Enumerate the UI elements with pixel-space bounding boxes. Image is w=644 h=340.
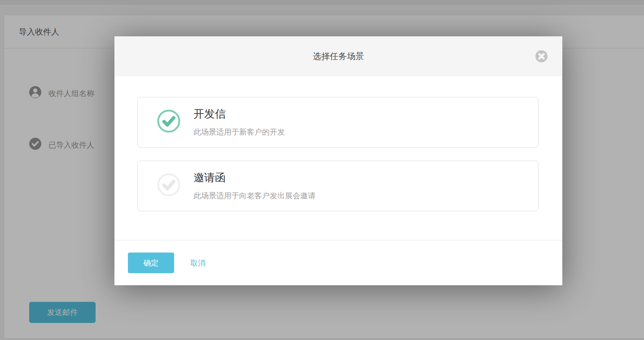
option-description: 此场景适用于向老客户发出展会邀请: [193, 191, 315, 201]
dialog-footer: 确定 取消: [114, 240, 562, 285]
option-invitation-letter[interactable]: 邀请函 此场景适用于向老客户发出展会邀请: [137, 161, 539, 211]
select-task-scenario-dialog: 选择任务场景 开发信 此场景适用于新客户的开发: [114, 36, 562, 285]
close-icon[interactable]: [535, 50, 548, 62]
option-title: 开发信: [193, 107, 285, 121]
selected-check-icon: [157, 109, 180, 133]
cancel-button[interactable]: 取消: [190, 258, 206, 268]
dialog-header: 选择任务场景: [114, 36, 562, 76]
option-development-letter[interactable]: 开发信 此场景适用于新客户的开发: [137, 97, 539, 148]
option-title: 邀请函: [193, 170, 315, 185]
option-text: 开发信 此场景适用于新客户的开发: [193, 107, 285, 137]
confirm-button[interactable]: 确定: [128, 253, 174, 273]
option-description: 此场景适用于新客户的开发: [193, 127, 285, 137]
unselected-check-icon: [157, 173, 180, 196]
dialog-body: 开发信 此场景适用于新客户的开发 邀请函 此场景适用于向老客户发出展会邀请: [114, 76, 562, 211]
option-text: 邀请函 此场景适用于向老客户发出展会邀请: [193, 170, 315, 201]
dialog-title: 选择任务场景: [313, 51, 364, 62]
